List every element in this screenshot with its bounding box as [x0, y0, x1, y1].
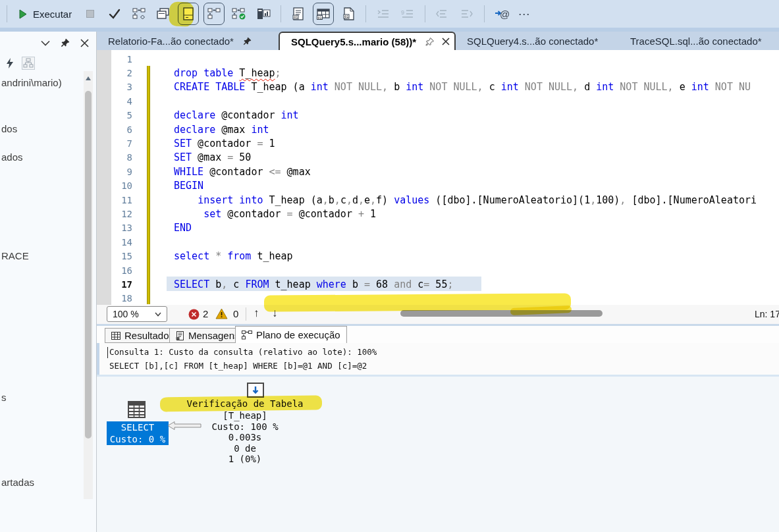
code-text: END — [138, 222, 192, 234]
uncomment-lines-icon[interactable] — [457, 3, 477, 24]
estimated-plan-icon[interactable] — [129, 3, 149, 24]
execute-button[interactable]: Executar — [14, 9, 76, 20]
code-line-10[interactable]: 10BEGIN — [97, 179, 779, 193]
tree-item-fragment[interactable]: s — [1, 392, 7, 403]
code-line-1[interactable]: 1 — [97, 52, 779, 66]
document-tab-2[interactable]: SQLQuery5.s...mario (58))* — [279, 32, 456, 50]
tree-item-fragment[interactable]: RACE — [1, 250, 29, 261]
code-line-13[interactable]: 13END — [97, 221, 779, 235]
code-line-18[interactable]: 18 — [97, 292, 779, 305]
results-to-text-icon[interactable]: 01 — [288, 3, 308, 24]
zoom-level-combo[interactable]: 100 % — [107, 306, 167, 322]
code-text: drop table T_heap; — [138, 67, 281, 79]
code-text: declare @max int — [138, 124, 269, 136]
execution-plan-icon — [242, 331, 252, 340]
indent-increase-icon[interactable]: 9 — [398, 3, 417, 24]
code-line-9[interactable]: 9WHILE @contador <= @max — [97, 165, 779, 178]
specify-values-icon[interactable]: @ — [492, 3, 512, 24]
document-tab-4[interactable]: TraceSQL.sql...ão conectado* — [619, 32, 779, 50]
code-line-11[interactable]: 11 insert into T_heap (a,b,c,d,e,f) valu… — [97, 193, 779, 207]
line-number: 15 — [97, 251, 138, 261]
pin-icon[interactable] — [61, 38, 70, 47]
toolbar-separator — [365, 5, 366, 22]
results-to-file-icon[interactable]: 01 — [338, 3, 358, 24]
sql-editor[interactable]: 12drop table T_heap;3CREATE TABLE T_heap… — [97, 50, 779, 305]
line-number: 9 — [97, 167, 138, 177]
code-lines: 12drop table T_heap;3CREATE TABLE T_heap… — [97, 52, 779, 305]
scrollbar-thumb[interactable] — [85, 91, 92, 439]
warning-icon[interactable] — [215, 308, 228, 319]
code-line-6[interactable]: 6declare @max int — [97, 122, 779, 136]
results-to-grid-button[interactable]: 01 — [313, 3, 334, 25]
play-icon — [18, 9, 28, 19]
close-icon[interactable] — [442, 38, 450, 45]
plan-tool-icon[interactable] — [22, 57, 35, 70]
code-line-2[interactable]: 2drop table T_heap; — [97, 66, 779, 80]
code-line-7[interactable]: 7SET @contador = 1 — [97, 136, 779, 150]
code-line-12[interactable]: 12 set @contador = @contador + 1 — [97, 207, 779, 221]
svg-text:@: @ — [500, 9, 510, 20]
error-count: 2 — [203, 308, 208, 319]
code-text: BEGIN — [138, 180, 203, 192]
code-line-16[interactable]: 16 — [97, 263, 779, 277]
select-node[interactable]: SELECT Custo: 0 % — [107, 421, 169, 445]
pin-icon[interactable] — [243, 37, 252, 45]
tree-item-fragment[interactable]: andrini\mario) — [1, 77, 62, 88]
code-line-3[interactable]: 3CREATE TABLE T_heap (a int NOT NULL, b … — [97, 80, 779, 94]
toolbar-separator — [425, 5, 425, 22]
select-node-icon[interactable] — [128, 401, 146, 418]
line-number: 2 — [97, 68, 138, 78]
code-text: SELECT b, c FROM t_heap where b = 68 and… — [138, 279, 453, 290]
code-line-17[interactable]: 17SELECT b, c FROM t_heap where b = 68 a… — [97, 277, 779, 291]
code-text: set @contador = @contador + 1 — [138, 208, 376, 220]
stop-button[interactable] — [80, 3, 100, 24]
results-tab-label: Resultados — [124, 330, 174, 341]
actual-plan-button[interactable] — [203, 3, 225, 25]
chevron-down-icon[interactable] — [41, 40, 50, 46]
tree-item-fragment[interactable]: artadas — [1, 477, 34, 488]
editor-area: Relatorio-Fa...ão conectado*SQLQuery5.s.… — [97, 32, 779, 532]
plan-arrow-icon[interactable] — [167, 421, 201, 431]
code-text: select * from t_heap — [138, 250, 293, 262]
results-tab-3[interactable]: Plano de execução — [235, 326, 347, 343]
tree-item-fragment[interactable]: dos — [1, 123, 17, 134]
live-statistics-icon[interactable] — [229, 3, 249, 24]
code-line-14[interactable]: 14 — [97, 235, 779, 249]
indent-decrease-icon[interactable] — [373, 3, 393, 24]
line-number: 18 — [97, 293, 138, 304]
table-scan-title[interactable]: Verificação de Tabela — [158, 398, 332, 409]
line-number: 1 — [97, 54, 138, 65]
client-statistics-icon[interactable] — [254, 3, 273, 24]
plan-canvas[interactable]: Verificação de Tabela [T_heap]Custo: 100… — [97, 375, 779, 532]
toolbar-overflow-button[interactable]: … — [516, 4, 533, 24]
parse-query-button[interactable] — [105, 3, 124, 24]
previous-arrow-icon[interactable]: ↑ — [254, 307, 259, 320]
edit-document-button[interactable] — [178, 3, 199, 25]
close-icon[interactable] — [80, 39, 89, 47]
document-tab-3[interactable]: SQLQuery4.s...ão conectado* — [456, 32, 619, 50]
code-line-15[interactable]: 15select * from t_heap — [97, 249, 779, 263]
select-node-cost: Custo: 0 % — [107, 433, 169, 445]
line-number: 5 — [97, 110, 138, 120]
comment-lines-icon[interactable] — [433, 3, 452, 24]
activity-monitor-icon[interactable] — [5, 58, 15, 68]
next-arrow-icon[interactable]: ↓ — [272, 307, 278, 320]
sidebar-scrollbar[interactable] — [84, 71, 93, 499]
line-number: 3 — [97, 82, 138, 92]
code-line-5[interactable]: 5declare @contador int — [97, 109, 779, 122]
table-scan-icon[interactable] — [247, 383, 264, 398]
toolbar-separator — [7, 5, 7, 22]
error-icon[interactable] — [188, 309, 200, 320]
scroll-up-arrow[interactable] — [86, 76, 91, 80]
query-window-icon[interactable] — [153, 3, 173, 24]
code-line-8[interactable]: 8SET @max = 50 — [97, 151, 779, 165]
plan-header-line1: Consulta 1: Custo da consulta (relativo … — [109, 347, 377, 357]
svg-text:01: 01 — [294, 15, 298, 19]
document-tab-1[interactable]: Relatorio-Fa...ão conectado* — [97, 32, 279, 50]
pin-icon[interactable] — [425, 38, 434, 46]
tree-item-fragment[interactable]: ados — [1, 151, 23, 163]
horizontal-scrollbar-thumb[interactable] — [400, 310, 603, 317]
line-indicator: Ln: 17 — [755, 309, 779, 319]
code-line-4[interactable]: 4 — [97, 94, 779, 108]
code-text: WHILE @contador <= @max — [138, 166, 311, 178]
